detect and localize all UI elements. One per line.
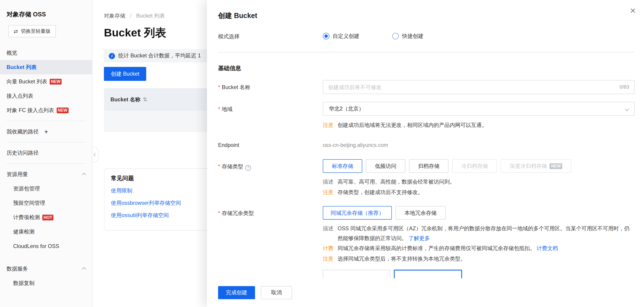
mode-label: 模式选择 <box>218 33 240 40</box>
storage-type-label: *存储类型? <box>218 163 251 170</box>
breadcrumb-separator: / <box>130 13 132 19</box>
required-mark: * <box>218 163 220 169</box>
divider <box>6 163 86 164</box>
new-badge: NEW <box>550 163 562 169</box>
sidebar-item-billing-check[interactable]: 计费项检测 HOT <box>0 210 92 225</box>
drawer-title: 创建 Bucket <box>218 11 257 20</box>
sidebar-item-data-copy[interactable]: 数据复制 <box>0 276 92 290</box>
sidebar-item-bucket-list[interactable]: Bucket 列表 <box>0 60 92 74</box>
breadcrumb: 对象存储 / Bucket 列表 <box>104 12 165 19</box>
region-label: *地域 <box>218 105 232 113</box>
sort-icon[interactable]: ⇅ <box>143 97 148 103</box>
radio-unselected-icon <box>392 33 399 39</box>
add-favorite-icon[interactable]: + <box>44 128 48 135</box>
close-icon[interactable]: × <box>630 6 636 15</box>
region-value: 华北2（北京） <box>329 105 364 112</box>
bucket-name-label: *Bucket 名称 <box>218 84 250 91</box>
confirm-create-button[interactable]: 完成创建 <box>218 286 255 299</box>
switch-icon: ⇄ <box>14 28 18 34</box>
cancel-button[interactable]: 取消 <box>261 286 292 299</box>
chevron-up-icon <box>82 267 86 271</box>
redundancy-options: 同城冗余存储（推荐） 本地冗余存储 <box>323 206 446 220</box>
redundancy-fee: 计费 同城冗余存储将采用较高的计费标准，产生的存储费用仅可被同城冗余存储包抵扣。… <box>323 245 558 252</box>
bucket-name-input[interactable] <box>328 84 616 90</box>
sidebar-item-vector-bucket-list[interactable]: 向量 Bucket 列表 NEW <box>0 74 92 89</box>
chevron-down-icon <box>625 107 629 111</box>
sidebar-title: 对象存储 OSS <box>0 0 92 23</box>
storage-type-archive-button[interactable]: 归档存储 <box>409 159 448 173</box>
breadcrumb-current: Bucket 列表 <box>136 13 165 19</box>
sidebar-item-history[interactable]: 历史访问路径 <box>0 146 92 160</box>
required-mark: * <box>218 210 220 216</box>
create-bucket-drawer: 创建 Bucket × 模式选择 自定义创建 快捷创建 基础信息 *Bucket… <box>207 0 644 307</box>
char-counter: 0/63 <box>620 84 629 90</box>
sidebar-item-resource-package[interactable]: 资源包管理 <box>0 182 92 196</box>
new-badge: NEW <box>56 107 68 113</box>
switch-label: 切换至轻量版 <box>21 28 50 35</box>
chevron-up-icon <box>82 173 86 177</box>
billing-doc-link[interactable]: 计费文档 <box>537 245 558 251</box>
sidebar-item-cloudlens[interactable]: CloudLens for OSS <box>0 239 92 253</box>
sidebar-item-health-check[interactable]: 健康检测 <box>0 225 92 239</box>
sidebar-menu: 概览 Bucket 列表 向量 Bucket 列表 NEW 接入点列表 对象 F… <box>0 45 92 290</box>
required-mark: * <box>218 84 220 90</box>
divider <box>218 52 634 53</box>
sidebar-item-access-points[interactable]: 接入点列表 <box>0 89 92 103</box>
radio-custom-create[interactable]: 自定义创建 <box>323 32 359 40</box>
sidebar-item-reserved-space[interactable]: 预留空间管理 <box>0 196 92 210</box>
storage-type-note: 注意 存储类型，创建成功后不支持修改。 <box>323 189 423 196</box>
redundancy-zrs-button[interactable]: 同城冗余存储（推荐） <box>323 206 392 220</box>
page-title: Bucket 列表 <box>104 25 166 40</box>
info-icon: i <box>109 53 115 59</box>
bucket-name-field: 0/63 <box>323 80 635 94</box>
redundancy-lrs-button[interactable]: 本地冗余存储 <box>396 206 446 220</box>
drawer-footer: 完成创建 取消 <box>207 278 644 307</box>
section-basic-info: 基础信息 <box>218 65 241 72</box>
oss-console: 对象存储 OSS ⇄ 切换至轻量版 概览 Bucket 列表 向量 Bucket… <box>0 0 644 307</box>
redundancy-type-label: *存储冗余类型 <box>218 210 254 217</box>
storage-type-standard-button[interactable]: 标准存储 <box>323 159 362 173</box>
storage-type-deep-cold-archive-button[interactable]: 深度冷归档存储 NEW <box>501 159 572 173</box>
region-note: 注意 创建成功后地域将无法更改，相同区域内的产品内网可以互通。 <box>323 121 487 129</box>
hot-badge: HOT <box>42 215 54 220</box>
chevron-left-icon <box>94 153 97 156</box>
new-badge: NEW <box>50 79 62 84</box>
redundancy-desc: 描述 OSS 同城冗余采用多可用区（AZ）冗余机制，将用户的数据分散存放在同一地… <box>323 224 630 244</box>
divider <box>6 142 86 143</box>
sidebar: 对象存储 OSS ⇄ 切换至轻量版 概览 Bucket 列表 向量 Bucket… <box>0 0 92 307</box>
sidebar-item-fc-access-points[interactable]: 对象 FC 接入点列表 NEW <box>0 103 92 117</box>
mode-options: 自定义创建 快捷创建 <box>323 32 424 40</box>
info-text: 统计 Bucket 合计数据，平均延迟 1 <box>118 52 201 59</box>
region-select[interactable]: 华北2（北京） <box>323 102 635 116</box>
radio-selected-icon <box>323 33 330 39</box>
sidebar-group-resource-usage[interactable]: 资源用量 <box>0 167 92 181</box>
storage-type-ia-button[interactable]: 低频访问 <box>366 159 406 173</box>
breadcrumb-root[interactable]: 对象存储 <box>104 13 125 19</box>
help-icon[interactable]: ? <box>245 165 251 171</box>
learn-more-link[interactable]: 了解更多 <box>408 235 430 241</box>
switch-lite-button[interactable]: ⇄ 切换至轻量版 <box>8 25 56 37</box>
required-mark: * <box>218 106 220 112</box>
redundancy-note: 注意 选择同城冗余类型后，将不支持转换为本地冗余类型。 <box>323 255 466 263</box>
sidebar-item-favorites[interactable]: 我收藏的路径 + <box>0 124 92 139</box>
endpoint-value: oss-cn-beijing.aliyuncs.com <box>323 142 388 148</box>
sidebar-collapse-handle[interactable] <box>92 146 98 163</box>
column-bucket-name: Bucket 名称 <box>110 96 140 103</box>
radio-quick-create[interactable]: 快捷创建 <box>392 32 424 40</box>
storage-type-desc: 描述 高可靠、高可用、高性能，数据会经常被访问到。 <box>323 178 455 185</box>
create-bucket-button[interactable]: 创建 Bucket <box>104 67 146 81</box>
sidebar-item-overview[interactable]: 概览 <box>0 45 92 60</box>
endpoint-label: Endpoint <box>218 142 239 148</box>
divider <box>6 121 86 121</box>
storage-type-options: 标准存储 低频访问 归档存储 冷归档存储 深度冷归档存储 NEW <box>323 159 572 173</box>
sidebar-group-data-service[interactable]: 数据服务 <box>0 262 92 276</box>
storage-type-cold-archive-button[interactable]: 冷归档存储 <box>452 159 497 173</box>
